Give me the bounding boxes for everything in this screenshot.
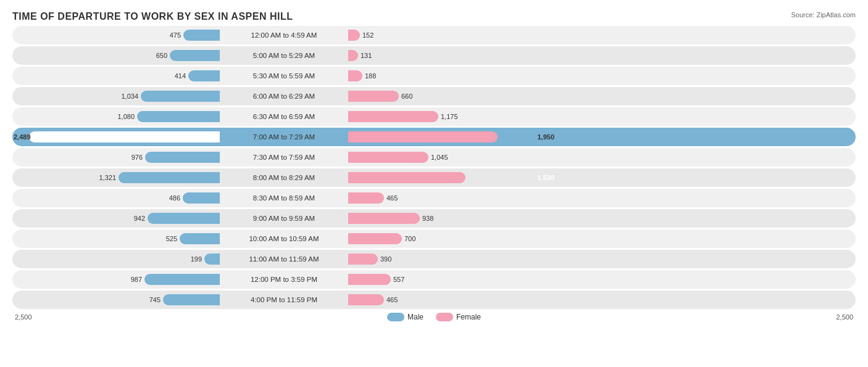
male-value: 1,080 (117, 113, 135, 120)
male-bar (119, 172, 220, 183)
male-bar (145, 152, 220, 163)
female-bar (348, 131, 498, 142)
male-value: 486 (169, 194, 180, 202)
female-bar (348, 294, 384, 305)
time-label: 8:00 AM to 8:29 AM (222, 174, 346, 181)
male-value: 976 (131, 154, 143, 161)
time-label: 7:00 AM to 7:29 AM (222, 133, 346, 141)
left-section: 1,034 (12, 87, 222, 105)
right-section: 1,175 (346, 107, 556, 126)
male-bar (137, 111, 220, 122)
female-bar (348, 233, 402, 244)
left-section: 976 (12, 148, 222, 167)
male-bar (170, 50, 220, 61)
male-bar (163, 294, 220, 305)
bar-row: 7454:00 PM to 11:59 PM465 (12, 291, 856, 309)
female-bar (348, 30, 360, 41)
female-value: 557 (393, 276, 404, 283)
female-bar (348, 192, 384, 204)
male-value: 1,034 (121, 93, 138, 100)
female-value: 152 (362, 31, 373, 39)
right-section: 188 (346, 67, 556, 85)
right-section: 1,950 (346, 128, 556, 146)
female-bar (348, 50, 358, 61)
left-section: 486 (12, 189, 222, 207)
axis-label-right: 2,500 (836, 313, 853, 321)
male-value: 987 (131, 276, 142, 283)
right-section: 1,045 (346, 148, 556, 167)
male-value: 1,321 (99, 174, 116, 181)
left-section: 987 (12, 270, 222, 289)
female-value: 1,175 (441, 113, 458, 120)
legend-item-female: Female (436, 313, 481, 321)
male-bar (183, 192, 220, 204)
male-value: 942 (134, 215, 145, 222)
bar-row: 19911:00 AM to 11:59 AM390 (12, 250, 856, 268)
time-label: 12:00 PM to 3:59 PM (222, 276, 346, 283)
right-section: 1,530 (346, 168, 556, 187)
bar-row: 6505:00 AM to 5:29 AM131 (12, 46, 856, 65)
right-section: 700 (346, 229, 556, 248)
female-bar (348, 254, 378, 265)
female-value: 188 (365, 72, 376, 80)
time-label: 11:00 AM to 11:59 AM (222, 255, 346, 263)
female-bar (348, 274, 391, 285)
legend-label-female: Female (456, 313, 481, 321)
female-value: 131 (361, 52, 372, 59)
bar-row: 9767:30 AM to 7:59 AM1,045 (12, 148, 856, 167)
male-bar (29, 131, 220, 142)
bar-row: 1,0806:30 AM to 6:59 AM1,175 (12, 107, 856, 126)
male-value: 650 (156, 52, 167, 59)
female-bar (348, 172, 465, 183)
male-value: 745 (149, 296, 161, 303)
right-section: 557 (346, 270, 556, 289)
bar-row: 2,4897:00 AM to 7:29 AM1,950 (12, 128, 856, 146)
left-section: 942 (12, 209, 222, 228)
time-label: 10:00 AM to 10:59 AM (222, 235, 346, 242)
female-value: 465 (386, 296, 398, 303)
male-value: 525 (166, 235, 177, 242)
time-label: 5:30 AM to 5:59 AM (222, 72, 346, 80)
right-section: 390 (346, 250, 556, 268)
left-section: 199 (12, 250, 222, 268)
female-value: 700 (404, 235, 415, 242)
right-section: 660 (346, 87, 556, 105)
left-section: 2,489 (12, 128, 222, 146)
legend-label-male: Male (407, 313, 424, 321)
chart-title: TIME OF DEPARTURE TO WORK BY SEX IN ASPE… (12, 11, 856, 22)
time-label: 6:30 AM to 6:59 AM (222, 113, 346, 120)
legend-box-male (387, 313, 404, 321)
male-bar (204, 254, 220, 265)
left-section: 650 (12, 46, 222, 65)
source-text: Source: ZipAtlas.com (791, 11, 856, 19)
male-value: 414 (175, 72, 186, 80)
male-bar (144, 274, 220, 285)
female-bar (348, 213, 420, 224)
right-section: 131 (346, 46, 556, 65)
bar-row: 1,3218:00 AM to 8:29 AM1,530 (12, 168, 856, 187)
female-value: 1,530 (537, 174, 554, 181)
male-value: 475 (170, 31, 181, 39)
male-bar (141, 91, 220, 102)
time-label: 6:00 AM to 6:29 AM (222, 93, 346, 100)
right-section: 938 (346, 209, 556, 228)
female-value: 660 (401, 93, 412, 100)
female-value: 1,950 (537, 133, 554, 141)
female-bar (348, 91, 399, 102)
female-bar (348, 70, 362, 81)
time-label: 12:00 AM to 4:59 AM (222, 31, 346, 39)
left-section: 414 (12, 67, 222, 85)
axis-label-left: 2,500 (15, 313, 32, 321)
male-bar (183, 30, 220, 41)
time-label: 8:30 AM to 8:59 AM (222, 194, 346, 202)
right-section: 465 (346, 291, 556, 309)
female-value: 465 (386, 194, 398, 202)
female-value: 938 (422, 215, 433, 222)
bar-row: 98712:00 PM to 3:59 PM557 (12, 270, 856, 289)
female-value: 1,045 (431, 154, 448, 161)
bar-row: 1,0346:00 AM to 6:29 AM660 (12, 87, 856, 105)
chart-area: 47512:00 AM to 4:59 AM1526505:00 AM to 5… (12, 26, 856, 309)
right-section: 465 (346, 189, 556, 207)
time-label: 5:00 AM to 5:29 AM (222, 52, 346, 59)
left-section: 1,080 (12, 107, 222, 126)
